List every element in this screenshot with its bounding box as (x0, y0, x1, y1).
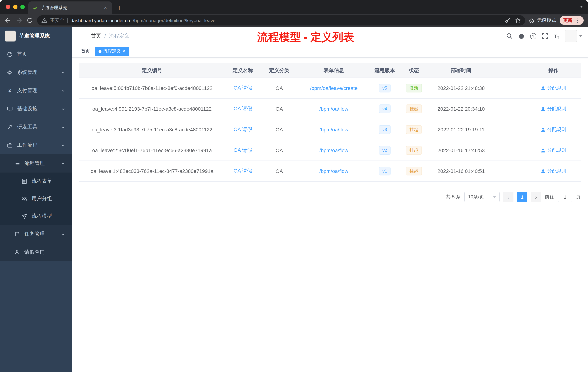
form-info-link[interactable]: /bpm/oa/flow (319, 147, 348, 153)
chevron-down-icon (61, 70, 65, 75)
row-spacer (494, 119, 526, 140)
user-avatar[interactable] (565, 30, 582, 42)
browser-toolbar: 不安全 dashboard.yudao.iocoder.cn/bpm/manag… (0, 14, 588, 27)
definition-name-link[interactable]: OA 请假 (234, 147, 252, 153)
assign-rule-button[interactable]: 分配规则 (541, 85, 566, 91)
assign-rule-button[interactable]: 分配规则 (541, 126, 566, 133)
sidebar-item-user-group[interactable]: 用户分组 (0, 190, 72, 208)
status-tag: 挂起 (406, 104, 422, 113)
status-tag: 激活 (406, 84, 422, 92)
next-page-button[interactable]: › (531, 192, 541, 202)
zoom-window-button[interactable] (20, 5, 25, 9)
help-icon[interactable]: ? (530, 33, 536, 39)
definition-name-link[interactable]: OA 请假 (234, 106, 252, 111)
forward-button[interactable] (15, 17, 22, 24)
user-icon (541, 169, 546, 174)
chevron-down-icon (61, 232, 65, 236)
tag-close-icon[interactable]: × (123, 49, 125, 54)
close-window-button[interactable] (6, 5, 10, 9)
yen-icon: ¥ (7, 88, 13, 94)
status-tag: 挂起 (406, 146, 422, 155)
assign-rule-button[interactable]: 分配规则 (541, 147, 566, 153)
cell-definition-id: oa_leave:5:004b710b-7b8a-11ec-8ef0-acde4… (79, 85, 225, 91)
definition-table: 定义编号 定义名称 定义分类 表单信息 流程版本 状态 部署时间 操作 oa_l… (79, 63, 581, 182)
github-icon[interactable] (518, 33, 525, 39)
hamburger-icon[interactable] (78, 33, 85, 40)
table-row: oa_leave:1:482ec033-762a-11ec-8477-a2380… (79, 161, 581, 182)
tag-home[interactable]: 首页 (78, 46, 93, 56)
sidebar-item-devtools[interactable]: 研发工具 (0, 118, 72, 136)
sidebar-item-payment[interactable]: ¥ 支付管理 (0, 82, 72, 100)
cell-definition-id: oa_leave:4:991f2193-7b7f-11ec-a3c8-acde4… (79, 106, 225, 112)
window-controls (6, 5, 25, 9)
paper-plane-icon (21, 213, 27, 219)
header-definition-id: 定义编号 (79, 67, 225, 74)
version-tag: v2 (379, 146, 390, 155)
sidebar-item-infrastructure[interactable]: 基础设施 (0, 100, 72, 118)
prev-page-button[interactable]: ‹ (503, 192, 514, 202)
incognito-badge: 无痕模式 (529, 17, 556, 24)
header-status: 状态 (399, 67, 428, 74)
definition-name-link[interactable]: OA 请假 (234, 168, 252, 174)
form-info-link[interactable]: /bpm/oa/leave/create (310, 85, 358, 91)
tag-process-definition[interactable]: 流程定义 × (95, 46, 128, 56)
header-deploy-time: 部署时间 (428, 67, 494, 74)
sidebar-item-process-model[interactable]: 流程模型 (0, 208, 72, 225)
security-label[interactable]: 不安全 (50, 17, 64, 24)
new-tab-button[interactable]: + (117, 4, 121, 12)
sidebar-item-home[interactable]: 首页 (0, 45, 72, 63)
security-warning-icon (42, 17, 47, 23)
bookmark-star-icon[interactable] (515, 17, 521, 23)
select-caret-icon (493, 196, 496, 198)
sidebar-item-system[interactable]: 系统管理 (0, 63, 72, 82)
sidebar-item-process-form[interactable]: 流程表单 (0, 173, 72, 190)
form-info-link[interactable]: /bpm/oa/flow (319, 127, 348, 132)
goto-page-input[interactable] (558, 192, 572, 202)
minimize-window-button[interactable] (13, 5, 17, 9)
cell-category: OA (261, 85, 297, 91)
browser-tab[interactable]: 芋道管理系统 × (28, 1, 112, 14)
sidebar-item-workflow[interactable]: 工作流程 (0, 136, 72, 154)
active-tag-dot (99, 50, 101, 53)
cell-category: OA (261, 168, 297, 174)
address-bar[interactable]: 不安全 dashboard.yudao.iocoder.cn/bpm/manag… (37, 15, 525, 25)
header-definition-name: 定义名称 (225, 67, 261, 74)
form-info-link[interactable]: /bpm/oa/flow (319, 106, 348, 112)
sidebar-item-leave-query[interactable]: 请假查询 (0, 243, 72, 261)
sidebar-item-process-management[interactable]: 流程管理 (0, 154, 72, 173)
header-spacer (494, 63, 526, 77)
definition-name-link[interactable]: OA 请假 (234, 126, 252, 132)
assign-rule-button[interactable]: 分配规则 (541, 106, 566, 112)
wrench-icon (7, 124, 13, 130)
sidebar: 芋道管理系统 首页 系统管理 ¥ 支付管理 (0, 27, 72, 372)
chevron-down-icon (61, 89, 65, 93)
search-icon[interactable] (506, 33, 513, 39)
page-unit-label: 页 (576, 194, 581, 200)
row-spacer (494, 161, 526, 181)
sidebar-item-task-management[interactable]: 任务管理 (0, 225, 72, 243)
url-path: /bpm/manager/definition?key=oa_leave (133, 18, 216, 23)
font-size-icon[interactable]: TT (554, 33, 559, 39)
form-info-link[interactable]: /bpm/oa/flow (319, 168, 348, 174)
definition-name-link[interactable]: OA 请假 (234, 85, 252, 91)
reload-button[interactable] (26, 17, 33, 24)
page-number-button[interactable]: 1 (517, 192, 527, 202)
chevron-down-icon (61, 107, 65, 111)
tab-search-caret-icon[interactable] (580, 6, 583, 8)
back-button[interactable] (4, 17, 12, 24)
chevron-up-icon (61, 161, 65, 165)
briefcase-icon (7, 142, 13, 148)
page-size-select[interactable]: 10条/页 (464, 192, 500, 202)
fullscreen-icon[interactable] (542, 33, 548, 39)
app-logo[interactable]: 芋道管理系统 (0, 27, 72, 45)
breadcrumb-home[interactable]: 首页 (91, 33, 101, 39)
password-key-icon[interactable] (505, 17, 511, 23)
chrome-update-button[interactable]: 更新 ⋮ (560, 16, 584, 25)
flag-icon (14, 231, 20, 237)
chevron-down-icon (61, 125, 65, 129)
tab-close-icon[interactable]: × (103, 5, 108, 11)
version-tag: v5 (379, 84, 390, 92)
tab-title: 芋道管理系统 (41, 5, 100, 11)
assign-rule-button[interactable]: 分配规则 (541, 168, 566, 174)
header-process-version: 流程版本 (370, 67, 399, 74)
